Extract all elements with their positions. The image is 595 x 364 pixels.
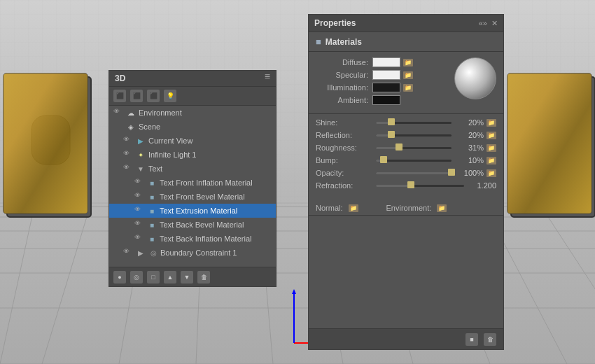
refraction-thumb[interactable] bbox=[407, 181, 414, 188]
shine-folder[interactable]: 📁 bbox=[486, 119, 496, 127]
canvas-background bbox=[0, 0, 595, 364]
specular-folder[interactable]: 📁 bbox=[403, 71, 413, 79]
ambient-row: Ambient: bbox=[316, 95, 447, 105]
environment-folder[interactable]: 📁 bbox=[437, 204, 447, 212]
props-collapse[interactable]: «» bbox=[479, 19, 487, 28]
opacity-thumb[interactable] bbox=[448, 169, 455, 176]
panel-3d-menu[interactable]: ≡ bbox=[265, 71, 270, 82]
list-item-text-group[interactable]: 👁 ▼ Text bbox=[109, 162, 276, 176]
roughness-thumb[interactable] bbox=[396, 144, 402, 150]
slider-section: Shine: 20% 📁 Reflection: 20% 📁 Roughness… bbox=[309, 114, 503, 198]
scene-icon: ◈ bbox=[126, 122, 136, 132]
roughness-value: 31% bbox=[456, 144, 484, 152]
reflection-thumb[interactable] bbox=[388, 131, 395, 138]
footer-icon-2[interactable]: ◎ bbox=[130, 271, 143, 284]
props-footer: ■ 🗑 bbox=[309, 328, 503, 349]
footer-icon-delete[interactable]: 🗑 bbox=[197, 271, 210, 284]
list-item-back-inflation[interactable]: 👁 ■ Text Back Inflation Material bbox=[109, 232, 276, 246]
roughness-row: Roughness: 31% 📁 bbox=[316, 144, 496, 152]
shine-value: 20% bbox=[456, 118, 484, 127]
footer-icon-4[interactable]: ▲ bbox=[164, 271, 176, 284]
refraction-track[interactable] bbox=[376, 185, 464, 187]
toolbar-object-icon[interactable]: ⬛ bbox=[130, 90, 143, 102]
panel-3d-footer: ● ◎ □ ▲ ▼ 🗑 bbox=[109, 267, 276, 286]
list-item-extrusion[interactable]: 👁 ■ Text Extrusion Material bbox=[109, 204, 276, 218]
front-inflation-label: Text Front Inflation Material bbox=[160, 178, 253, 187]
list-item-front-bevel[interactable]: 👁 ■ Text Front Bevel Material bbox=[109, 190, 276, 204]
material-sphere-preview bbox=[454, 57, 496, 99]
reflection-track[interactable] bbox=[376, 134, 451, 136]
eye-icon-bc[interactable]: 👁 bbox=[123, 248, 133, 258]
ambient-swatch[interactable] bbox=[372, 95, 400, 105]
extrusion-label: Text Extrusion Material bbox=[160, 206, 237, 215]
shine-thumb[interactable] bbox=[388, 118, 395, 125]
eye-icon-text[interactable]: 👁 bbox=[123, 164, 133, 174]
text-group-arrow[interactable]: ▼ bbox=[136, 164, 146, 174]
view-icon: ▶ bbox=[136, 136, 146, 146]
diffuse-label: Diffuse: bbox=[316, 58, 368, 66]
eye-icon-bi[interactable]: 👁 bbox=[134, 234, 144, 244]
toolbar-scene-icon[interactable]: ⬛ bbox=[113, 90, 126, 102]
eye-icon-light[interactable]: 👁 bbox=[123, 150, 133, 160]
refraction-label: Refraction: bbox=[316, 181, 372, 190]
specular-swatch[interactable] bbox=[372, 70, 400, 80]
reflection-folder[interactable]: 📁 bbox=[486, 132, 496, 139]
illumination-swatch[interactable] bbox=[372, 83, 400, 92]
footer-icon-3[interactable]: □ bbox=[147, 271, 160, 284]
diffuse-swatch[interactable] bbox=[372, 57, 400, 67]
eye-icon[interactable]: 👁 bbox=[113, 108, 123, 118]
bump-row: Bump: 10% 📁 bbox=[316, 156, 496, 164]
panel-properties: Properties «» ✕ ■ Materials Diffuse: 📁 S… bbox=[308, 14, 504, 350]
toolbar-light-icon[interactable]: 💡 bbox=[164, 90, 176, 102]
shine-row: Shine: 20% 📁 bbox=[316, 118, 496, 127]
materials-header: ■ Materials bbox=[309, 32, 503, 52]
list-item-current-view[interactable]: 👁 ▶ Current View bbox=[109, 134, 276, 148]
opacity-track[interactable] bbox=[376, 172, 451, 174]
illumination-folder[interactable]: 📁 bbox=[403, 84, 413, 92]
shine-track[interactable] bbox=[376, 122, 451, 124]
list-item-environment[interactable]: 👁 ☁ Environment bbox=[109, 106, 276, 120]
reflection-value: 20% bbox=[456, 131, 484, 139]
opacity-folder[interactable]: 📁 bbox=[486, 169, 496, 177]
footer-icon-1[interactable]: ● bbox=[113, 271, 126, 284]
props-footer-delete[interactable]: 🗑 bbox=[484, 333, 496, 346]
props-close[interactable]: ✕ bbox=[491, 19, 498, 28]
list-item-front-inflation[interactable]: 👁 ■ Text Front Inflation Material bbox=[109, 176, 276, 190]
boundary-arrow[interactable]: ▶ bbox=[136, 248, 146, 258]
roughness-track[interactable] bbox=[376, 147, 451, 149]
list-item-boundary[interactable]: 👁 ▶ ◎ Boundary Constraint 1 bbox=[109, 246, 276, 260]
eye-icon-bb[interactable]: 👁 bbox=[134, 220, 144, 230]
props-footer-icon-1[interactable]: ■ bbox=[465, 333, 478, 346]
eye-icon-fb[interactable]: 👁 bbox=[134, 192, 144, 202]
diffuse-folder[interactable]: 📁 bbox=[403, 59, 413, 66]
material-icon-bb: ■ bbox=[147, 220, 157, 230]
list-item-infinite-light[interactable]: 👁 ✦ Infinite Light 1 bbox=[109, 148, 276, 162]
eye-icon-scene bbox=[113, 122, 123, 132]
svg-rect-23 bbox=[4, 74, 88, 214]
refraction-row: Refraction: 1.200 bbox=[316, 181, 496, 190]
bump-folder[interactable]: 📁 bbox=[486, 157, 496, 164]
list-item-scene[interactable]: ◈ Scene bbox=[109, 120, 276, 134]
panel-3d-toolbar: ⬛ ⬛ ⬛ 💡 bbox=[109, 87, 276, 106]
normal-folder[interactable]: 📁 bbox=[349, 204, 358, 212]
eye-icon-ex[interactable]: 👁 bbox=[134, 206, 144, 216]
list-item-back-bevel[interactable]: 👁 ■ Text Back Bevel Material bbox=[109, 218, 276, 232]
roughness-folder[interactable]: 📁 bbox=[486, 144, 496, 152]
footer-icon-5[interactable]: ▼ bbox=[181, 271, 193, 284]
eye-icon-view[interactable]: 👁 bbox=[123, 136, 133, 146]
normal-label: Normal: bbox=[316, 204, 343, 212]
color-controls: Diffuse: 📁 Specular: 📁 Illumination: 📁 A… bbox=[316, 57, 447, 108]
panel-3d-list[interactable]: 👁 ☁ Environment ◈ Scene 👁 ▶ Current View… bbox=[109, 106, 276, 272]
panel-3d-title: 3D bbox=[115, 74, 125, 83]
bump-thumb[interactable] bbox=[380, 156, 387, 163]
props-header: Properties «» ✕ bbox=[309, 15, 503, 32]
refraction-fill bbox=[376, 185, 411, 187]
toolbar-material-icon[interactable]: ⬛ bbox=[147, 90, 160, 102]
bump-track[interactable] bbox=[376, 160, 451, 162]
front-bevel-label: Text Front Bevel Material bbox=[160, 192, 245, 201]
material-icon-ex: ■ bbox=[147, 206, 157, 216]
material-icon-fb: ■ bbox=[147, 192, 157, 202]
refraction-value: 1.200 bbox=[468, 181, 496, 190]
back-inflation-label: Text Back Inflation Material bbox=[160, 234, 251, 243]
eye-icon-fi[interactable]: 👁 bbox=[134, 178, 144, 188]
